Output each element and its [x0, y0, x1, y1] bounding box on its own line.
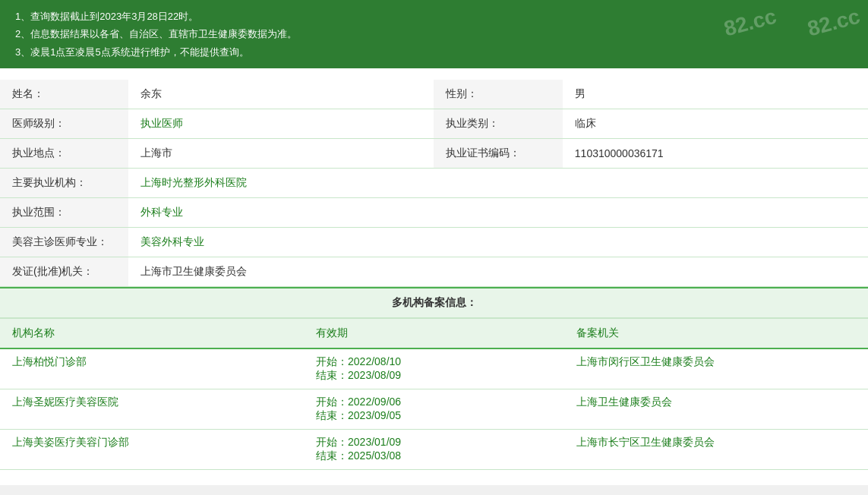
end-date: 结束：2023/09/05 — [316, 409, 552, 423]
doctor-level-value: 执业医师 — [128, 109, 434, 139]
gender-label: 性别： — [434, 80, 562, 109]
validity-cell: 开始：2023/01/09 结束：2025/03/08 — [304, 430, 564, 470]
org-name-cell: 上海柏悦门诊部 — [0, 348, 304, 389]
col-authority-header: 备案机关 — [564, 319, 868, 349]
validity-cell: 开始：2022/08/10 结束：2023/08/09 — [304, 348, 564, 389]
notice-bar: 1、查询数据截止到2023年3月28日22时。 2、信息数据结果以各省、自治区、… — [0, 0, 868, 68]
main-content: 姓名： 余东 性别： 男 医师级别： 执业医师 执业类别： 临床 执业地点： 上… — [0, 68, 868, 485]
org-name-cell: 上海美姿医疗美容门诊部 — [0, 430, 304, 470]
notice-line3: 3、凌晨1点至凌晨5点系统进行维护，不能提供查询。 — [15, 43, 853, 61]
start-date: 开始：2023/01/09 — [316, 436, 552, 449]
beauty-specialty-label: 美容主诊医师专业： — [0, 228, 128, 257]
practice-type-value: 临床 — [563, 109, 868, 139]
issuer-row: 发证(批准)机关： 上海市卫生健康委员会 — [0, 257, 868, 287]
multi-section-header: 多机构备案信息： — [0, 287, 868, 318]
multi-table-row: 上海柏悦门诊部 开始：2022/08/10 结束：2023/08/09 上海市闵… — [0, 348, 868, 389]
gender-value: 男 — [563, 80, 868, 109]
main-institution-row: 主要执业机构： 上海时光整形外科医院 — [0, 169, 868, 198]
issuer-label: 发证(批准)机关： — [0, 257, 128, 287]
multi-table-header-row: 机构名称 有效期 备案机关 — [0, 319, 868, 349]
authority-cell: 上海卫生健康委员会 — [564, 389, 868, 430]
notice-line2: 2、信息数据结果以各省、自治区、直辖市卫生健康委数据为准。 — [15, 25, 853, 43]
practice-type-label: 执业类别： — [434, 109, 562, 139]
multi-section-title: 多机构备案信息： — [392, 296, 477, 308]
practice-scope-value: 外科专业 — [128, 198, 868, 228]
practice-scope-row: 执业范围： 外科专业 — [0, 198, 868, 228]
col-validity-header: 有效期 — [304, 319, 564, 349]
beauty-specialty-value: 美容外科专业 — [128, 228, 868, 257]
authority-cell: 上海市长宁区卫生健康委员会 — [564, 430, 868, 470]
multi-table-row: 上海圣妮医疗美容医院 开始：2022/09/06 结束：2023/09/05 上… — [0, 389, 868, 430]
end-date: 结束：2025/03/08 — [316, 449, 552, 463]
multi-table-row: 上海美姿医疗美容门诊部 开始：2023/01/09 结束：2025/03/08 … — [0, 430, 868, 470]
multi-institution-table: 机构名称 有效期 备案机关 上海柏悦门诊部 开始：2022/08/10 结束：2… — [0, 318, 868, 470]
certificate-label: 执业证书编码： — [434, 139, 562, 169]
col-org-header: 机构名称 — [0, 319, 304, 349]
end-date: 结束：2023/08/09 — [316, 369, 552, 383]
name-label: 姓名： — [0, 80, 128, 109]
issuer-value: 上海市卫生健康委员会 — [128, 257, 868, 287]
practice-scope-label: 执业范围： — [0, 198, 128, 228]
certificate-value: 110310000036171 — [563, 139, 868, 169]
start-date: 开始：2022/08/10 — [316, 355, 552, 369]
person-info-table: 姓名： 余东 性别： 男 医师级别： 执业医师 执业类别： 临床 执业地点： 上… — [0, 80, 868, 287]
notice-line1: 1、查询数据截止到2023年3月28日22时。 — [15, 8, 853, 25]
doctor-level-label: 医师级别： — [0, 109, 128, 139]
name-value: 余东 — [128, 80, 434, 109]
main-institution-label: 主要执业机构： — [0, 169, 128, 198]
name-gender-row: 姓名： 余东 性别： 男 — [0, 80, 868, 109]
main-institution-value: 上海时光整形外科医院 — [128, 169, 868, 198]
beauty-specialty-row: 美容主诊医师专业： 美容外科专业 — [0, 228, 868, 257]
authority-cell: 上海市闵行区卫生健康委员会 — [564, 348, 868, 389]
location-cert-row: 执业地点： 上海市 执业证书编码： 110310000036171 — [0, 139, 868, 169]
start-date: 开始：2022/09/06 — [316, 396, 552, 409]
practice-location-value: 上海市 — [128, 139, 434, 169]
level-type-row: 医师级别： 执业医师 执业类别： 临床 — [0, 109, 868, 139]
validity-cell: 开始：2022/09/06 结束：2023/09/05 — [304, 389, 564, 430]
practice-location-label: 执业地点： — [0, 139, 128, 169]
org-name-cell: 上海圣妮医疗美容医院 — [0, 389, 304, 430]
